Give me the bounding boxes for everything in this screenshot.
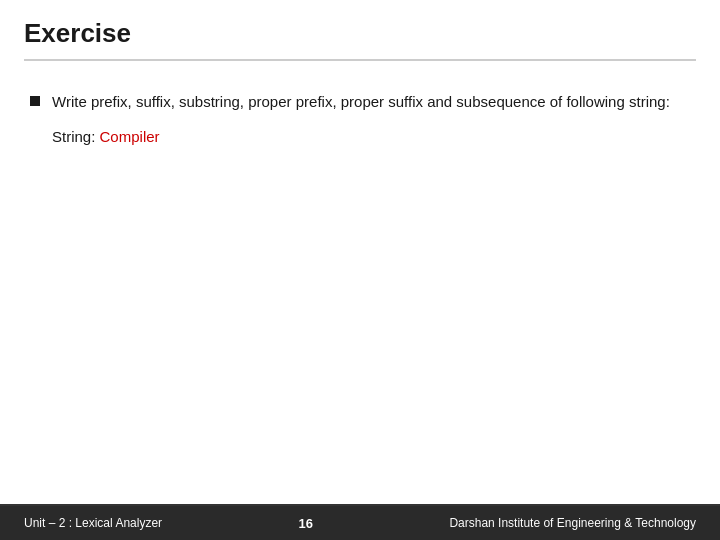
string-value: Compiler — [100, 128, 160, 145]
string-label: String: — [52, 128, 100, 145]
header-divider — [24, 59, 696, 61]
slide-title: Exercise — [24, 18, 696, 49]
slide-footer: Unit – 2 : Lexical Analyzer 16 Darshan I… — [0, 504, 720, 540]
slide-header: Exercise — [0, 0, 720, 71]
bullet-text: Write prefix, suffix, substring, proper … — [52, 91, 670, 114]
footer-right-text: Darshan Institute of Engineering & Techn… — [449, 516, 696, 530]
bullet-icon — [30, 96, 40, 106]
footer-page-number: 16 — [299, 516, 313, 531]
bullet-item: Write prefix, suffix, substring, proper … — [30, 91, 690, 114]
slide-body: Write prefix, suffix, substring, proper … — [0, 71, 720, 504]
slide-container: Exercise Write prefix, suffix, substring… — [0, 0, 720, 540]
string-line: String: Compiler — [52, 128, 690, 145]
footer-left-text: Unit – 2 : Lexical Analyzer — [24, 516, 162, 530]
